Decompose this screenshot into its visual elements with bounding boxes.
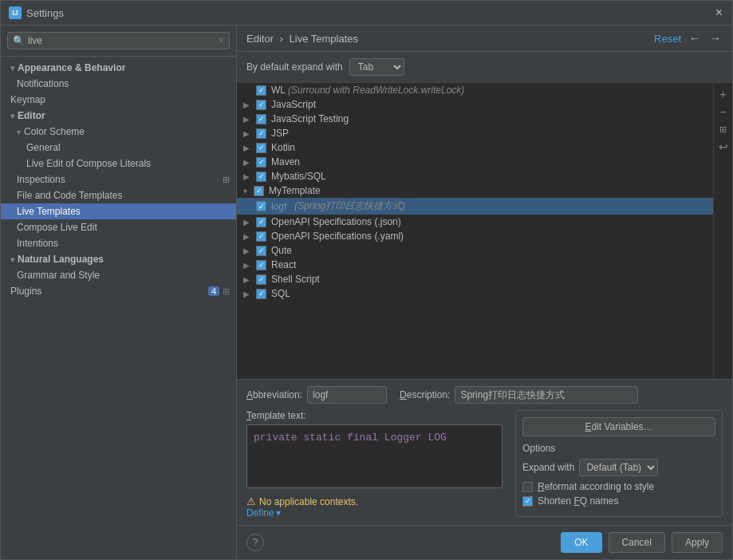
- list-item[interactable]: ▶ Kotlin: [237, 140, 713, 155]
- reformat-row: Reformat according to style: [522, 481, 715, 492]
- plugins-badge: 4 ⊞: [208, 286, 230, 297]
- sidebar-item-color-scheme[interactable]: ▾ Color Scheme: [1, 124, 236, 140]
- template-checkbox[interactable]: [256, 217, 266, 227]
- title-bar: IJ Settings ×: [1, 1, 732, 26]
- expand-arrow: ▶: [243, 144, 250, 152]
- template-text: WL (Surround with ReadWriteLock.writeLoc…: [271, 85, 464, 96]
- sidebar-item-compose-live-edit[interactable]: Compose Live Edit: [1, 219, 236, 235]
- help-button[interactable]: ?: [246, 534, 264, 551]
- sidebar-item-appearance-behavior[interactable]: ▾ Appearance & Behavior: [1, 60, 236, 76]
- template-checkbox[interactable]: [256, 157, 266, 168]
- abbreviation-label: Abbreviation:: [246, 389, 302, 400]
- list-item[interactable]: ▾ MyTemplate: [237, 183, 713, 198]
- expand-with-options-select[interactable]: Default (Tab) Tab Enter Space: [579, 459, 658, 476]
- search-icon: 🔍: [13, 35, 25, 46]
- template-checkbox[interactable]: [256, 128, 266, 139]
- copy-template-button[interactable]: ⊞: [715, 121, 731, 137]
- search-input[interactable]: [28, 35, 215, 46]
- sidebar-item-keymap[interactable]: Keymap: [1, 92, 236, 108]
- list-item[interactable]: ▶ OpenAPI Specifications (.json): [237, 215, 713, 229]
- edit-variables-button[interactable]: Edit Variables…: [522, 417, 715, 436]
- forward-button[interactable]: →: [708, 32, 723, 45]
- template-label: Mybatis/SQL: [271, 171, 326, 182]
- list-item[interactable]: ▶ Mybatis/SQL: [237, 169, 713, 183]
- sidebar-item-editor[interactable]: ▾ Editor: [1, 108, 236, 124]
- settings-dialog: IJ Settings × 🔍 × ▾ Appearance & Behavio…: [0, 0, 733, 560]
- list-item[interactable]: WL (Surround with ReadWriteLock.writeLoc…: [237, 83, 713, 97]
- abbreviation-input[interactable]: [307, 386, 387, 404]
- footer-left: ?: [246, 534, 264, 551]
- revert-template-button[interactable]: ↩: [715, 139, 731, 155]
- template-desc: (Spring打印日志快捷方式): [294, 199, 405, 213]
- sidebar-item-inspections[interactable]: Inspections ⊞: [1, 172, 236, 187]
- template-checkbox[interactable]: [256, 260, 266, 270]
- list-item[interactable]: ▶ Maven: [237, 155, 713, 169]
- back-button[interactable]: ←: [688, 32, 702, 45]
- define-link[interactable]: Define ▾: [246, 507, 502, 519]
- context-warning: ⚠ No applicable contexts.: [246, 495, 502, 507]
- ok-button[interactable]: OK: [561, 532, 601, 553]
- list-item[interactable]: ▶ React: [237, 258, 713, 272]
- template-label: Kotlin: [271, 142, 295, 153]
- expand-with-select[interactable]: Tab Enter Space: [349, 58, 404, 76]
- expand-arrow: ▶: [243, 246, 250, 255]
- expand-arrow: ▾: [17, 128, 21, 136]
- template-checkbox[interactable]: [256, 100, 266, 110]
- sidebar-item-label: Compose Live Edit: [17, 222, 97, 233]
- reset-link[interactable]: Reset: [654, 33, 681, 45]
- sidebar-item-grammar-style[interactable]: Grammar and Style: [1, 267, 236, 283]
- template-label: JSP: [271, 128, 289, 139]
- remove-template-button[interactable]: −: [715, 104, 731, 120]
- add-template-button[interactable]: +: [715, 86, 731, 102]
- expand-arrow: ▾: [10, 112, 14, 120]
- template-checkbox[interactable]: [256, 85, 266, 96]
- sidebar-item-label: Editor: [18, 110, 45, 121]
- reformat-checkbox[interactable]: [522, 482, 533, 492]
- list-item-logf[interactable]: logf (Spring打印日志快捷方式): [237, 198, 713, 215]
- template-checkbox[interactable]: [256, 201, 266, 211]
- expand-arrow: ▶: [243, 261, 250, 270]
- sidebar-item-live-templates[interactable]: Live Templates: [1, 203, 236, 219]
- sidebar-item-label: Grammar and Style: [17, 270, 100, 281]
- dialog-footer: ? OK Cancel Apply: [237, 525, 732, 559]
- sidebar-item-file-code-templates[interactable]: File and Code Templates: [1, 187, 236, 203]
- template-checkbox[interactable]: [256, 231, 266, 242]
- shorten-fq-checkbox[interactable]: [522, 496, 533, 507]
- list-item[interactable]: ▶ JavaScript: [237, 97, 713, 112]
- sidebar-item-notifications[interactable]: Notifications: [1, 76, 236, 92]
- template-checkbox[interactable]: [256, 143, 266, 153]
- sidebar-item-live-edit[interactable]: Live Edit of Compose Literals: [1, 156, 236, 172]
- template-textarea[interactable]: private static final Logger LOG: [246, 424, 502, 488]
- list-item[interactable]: ▶ Qute: [237, 243, 713, 258]
- list-item[interactable]: ▶ Shell Script: [237, 272, 713, 286]
- cancel-button[interactable]: Cancel: [609, 532, 665, 553]
- template-checkbox[interactable]: [256, 114, 266, 124]
- template-checkbox[interactable]: [256, 274, 266, 285]
- list-item[interactable]: ▶ JSP: [237, 126, 713, 140]
- list-item[interactable]: ▶ OpenAPI Specifications (.yaml): [237, 229, 713, 243]
- template-checkbox[interactable]: [256, 172, 266, 182]
- list-item[interactable]: ▶ SQL: [237, 286, 713, 301]
- list-item[interactable]: ▶ JavaScript Testing: [237, 112, 713, 126]
- dialog-title: Settings: [26, 7, 64, 19]
- template-label: React: [271, 259, 296, 270]
- right-panel: Editor › Live Templates Reset ← → By def…: [237, 26, 732, 559]
- description-input[interactable]: [455, 386, 638, 404]
- template-checkbox[interactable]: [256, 246, 266, 256]
- sidebar-item-intentions[interactable]: Intentions: [1, 235, 236, 251]
- sidebar-item-plugins[interactable]: Plugins 4 ⊞: [1, 283, 236, 299]
- template-checkbox[interactable]: [256, 289, 266, 299]
- template-checkbox[interactable]: [254, 186, 264, 196]
- expand-arrow: ▶: [243, 232, 250, 241]
- no-context-text: No applicable contexts.: [259, 496, 358, 507]
- close-button[interactable]: ×: [714, 6, 724, 20]
- sidebar-item-natural-languages[interactable]: ▾ Natural Languages: [1, 251, 236, 267]
- nav-tree: ▾ Appearance & Behavior Notifications Ke…: [1, 57, 236, 559]
- sidebar-item-general[interactable]: General: [1, 140, 236, 156]
- search-clear-icon[interactable]: ×: [219, 35, 224, 46]
- inspections-icon: ⊞: [223, 175, 230, 185]
- abbreviation-group: Abbreviation:: [246, 386, 387, 404]
- template-label: MyTemplate: [269, 185, 321, 196]
- context-row: ⚠ No applicable contexts. Define ▾: [246, 495, 502, 519]
- apply-button[interactable]: Apply: [672, 532, 723, 553]
